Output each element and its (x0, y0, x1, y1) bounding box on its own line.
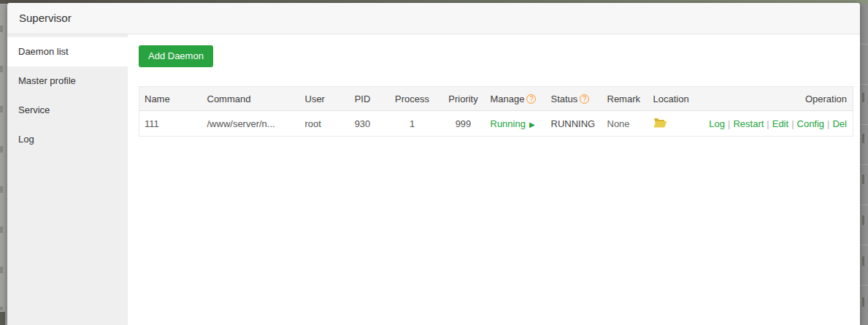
op-link-log[interactable]: Log (709, 118, 725, 129)
sidebar-item-label: Service (18, 104, 50, 115)
column-header-pid: PID (342, 87, 383, 111)
op-separator: | (728, 118, 730, 129)
remark-value: None (607, 118, 630, 129)
cell-operation: Log|Restart|Edit|Config|Del (702, 111, 853, 137)
sidebar-item-master-profile[interactable]: Master profile (7, 66, 128, 96)
column-header-user: User (300, 87, 342, 111)
sidebar: Daemon list Master profile Service Log (7, 34, 128, 325)
sidebar-item-log[interactable]: Log (7, 125, 128, 154)
manage-help-icon[interactable]: ? (526, 94, 536, 104)
manage-running-toggle[interactable]: Running (491, 118, 526, 129)
cell-user: root (300, 111, 342, 137)
cell-status: RUNNING (546, 111, 602, 137)
column-header-status-label: Status (551, 93, 578, 104)
column-header-priority: Priority (442, 87, 485, 111)
column-header-location: Location (648, 87, 702, 111)
op-link-restart[interactable]: Restart (733, 118, 764, 129)
cell-priority: 999 (442, 111, 485, 137)
cell-process: 1 (383, 111, 442, 137)
cell-name: 111 (139, 111, 202, 137)
modal-body: Daemon list Master profile Service Log A… (7, 34, 860, 325)
sidebar-item-service[interactable]: Service (7, 96, 128, 125)
op-separator: | (827, 118, 829, 129)
modal-header: Supervisor (7, 3, 860, 34)
cell-pid: 930 (342, 111, 383, 137)
add-daemon-button[interactable]: Add Daemon (139, 45, 213, 67)
modal-title: Supervisor (7, 3, 860, 34)
sidebar-item-label: Log (18, 134, 34, 145)
column-header-operation: Operation (702, 87, 853, 111)
op-separator: | (767, 118, 769, 129)
cell-manage: Running▶ (485, 111, 546, 137)
op-link-edit[interactable]: Edit (772, 118, 788, 129)
folder-open-icon[interactable] (653, 118, 667, 130)
sidebar-item-label: Master profile (18, 75, 76, 86)
page-backdrop-left (0, 4, 7, 325)
column-header-status: Status? (546, 87, 602, 111)
table-header-row: Name Command User PID Process Priority M… (139, 87, 853, 111)
op-separator: | (791, 118, 794, 129)
column-header-remark: Remark (602, 87, 648, 111)
play-icon[interactable]: ▶ (529, 121, 535, 129)
cell-location (648, 111, 702, 137)
column-header-manage-label: Manage (491, 93, 525, 104)
column-header-process: Process (383, 87, 442, 111)
cell-remark: None (602, 111, 648, 137)
page-backdrop-right (860, 4, 868, 325)
column-header-command: Command (202, 87, 300, 111)
op-link-config[interactable]: Config (797, 118, 825, 129)
daemon-table: Name Command User PID Process Priority M… (139, 86, 853, 137)
sidebar-item-label: Daemon list (18, 46, 69, 57)
status-help-icon[interactable]: ? (580, 94, 589, 104)
toolbar: Add Daemon (139, 45, 860, 67)
cell-command: /www/server/n... (202, 111, 300, 137)
op-link-del[interactable]: Del (832, 118, 847, 129)
daemon-list-panel: Add Daemon Name Command User PID Process (128, 34, 860, 325)
sidebar-item-daemon-list[interactable]: Daemon list (7, 37, 128, 66)
supervisor-modal: Supervisor Daemon list Master profile Se… (7, 3, 860, 325)
column-header-manage: Manage? (485, 87, 546, 111)
column-header-name: Name (139, 87, 202, 111)
table-row: 111 /www/server/n... root 930 1 999 Runn… (139, 111, 853, 137)
status-value: RUNNING (551, 118, 596, 129)
